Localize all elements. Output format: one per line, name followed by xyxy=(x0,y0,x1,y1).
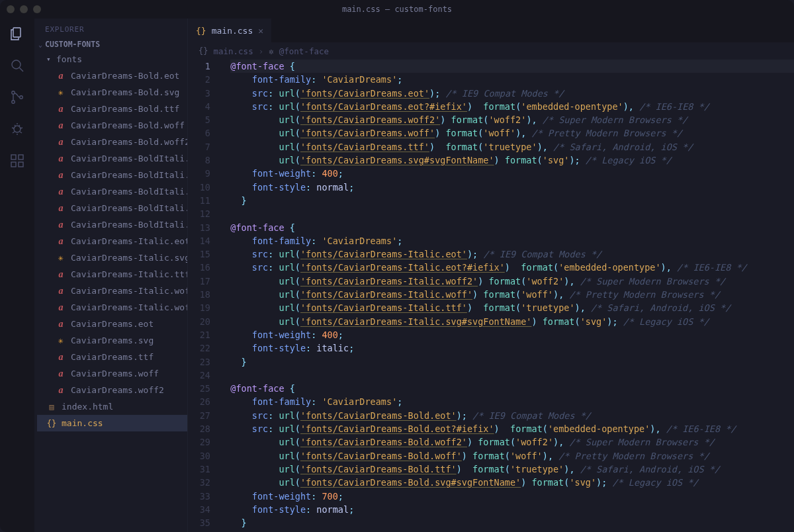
at-rule-icon: ✲ xyxy=(269,46,274,56)
explorer-icon[interactable] xyxy=(9,25,26,42)
maximize-window-icon[interactable] xyxy=(33,5,41,13)
file-item[interactable]: aCaviarDreams.eot xyxy=(37,316,187,332)
code-content[interactable]: @font-face { font-family: 'CaviarDreams'… xyxy=(220,60,794,532)
file-label: CaviarDreams-BoldItali... xyxy=(71,154,187,163)
file-item[interactable]: aCaviarDreams.ttf xyxy=(37,349,187,365)
file-item[interactable]: aCaviarDreams-BoldItali... xyxy=(37,183,187,200)
breadcrumb-file: main.css xyxy=(213,46,253,56)
file-label: CaviarDreams.eot xyxy=(71,319,154,329)
run-debug-icon[interactable] xyxy=(9,120,26,138)
tab-label: main.css xyxy=(212,26,253,36)
file-item[interactable]: aCaviarDreams-Italic.wof... xyxy=(37,299,187,316)
sidebar: EXPLORER ⌄CUSTOM-FONTS ▾ fonts aCaviarDr… xyxy=(34,19,188,532)
svg-point-5 xyxy=(20,96,22,99)
file-label: CaviarDreams-Bold.woff xyxy=(71,120,185,130)
gutter: 1234567891011121314151617181920212223242… xyxy=(188,60,220,532)
file-label: CaviarDreams.woff xyxy=(71,369,159,378)
file-item[interactable]: ▤index.html xyxy=(37,398,187,415)
file-item[interactable]: aCaviarDreams.woff xyxy=(37,365,187,382)
file-item[interactable]: aCaviarDreams-Italic.eot xyxy=(37,233,187,249)
css-icon: {} xyxy=(198,46,208,56)
svg-rect-7 xyxy=(11,155,16,159)
file-label: CaviarDreams-BoldItali... xyxy=(71,203,187,213)
file-item[interactable]: aCaviarDreams-Italic.woff xyxy=(37,283,187,299)
file-item[interactable]: aCaviarDreams-BoldItali... xyxy=(37,216,187,233)
file-item[interactable]: aCaviarDreams.woff2 xyxy=(37,382,187,398)
file-label: index.html xyxy=(62,402,113,412)
tab-main-css[interactable]: {} main.css ✕ xyxy=(188,19,271,42)
svg-rect-0 xyxy=(13,28,21,37)
file-item[interactable]: aCaviarDreams-BoldItali... xyxy=(37,200,187,216)
file-item[interactable]: ✳CaviarDreams.svg xyxy=(37,332,187,349)
traffic-lights xyxy=(7,5,41,13)
svg-line-2 xyxy=(20,68,24,72)
file-label: CaviarDreams-Bold.woff2 xyxy=(71,137,187,147)
folder-label: fonts xyxy=(56,54,82,64)
file-item[interactable]: {}main.css xyxy=(37,415,187,431)
activity-bar xyxy=(0,19,34,532)
file-label: CaviarDreams-Italic.wof... xyxy=(71,302,187,312)
editor-area: {} main.css ✕ {} main.css › ✲ @font-face… xyxy=(188,19,794,532)
file-label: main.css xyxy=(62,418,103,428)
file-item[interactable]: ✳CaviarDreams-Bold.svg xyxy=(37,84,187,101)
file-label: CaviarDreams.svg xyxy=(71,335,154,345)
file-item[interactable]: aCaviarDreams-BoldItali... xyxy=(37,167,187,183)
file-label: CaviarDreams-Bold.ttf xyxy=(71,104,179,114)
file-label: CaviarDreams-Bold.eot xyxy=(71,71,179,81)
folder-fonts[interactable]: ▾ fonts xyxy=(37,51,187,67)
sidebar-root-label: CUSTOM-FONTS xyxy=(45,40,100,49)
svg-point-1 xyxy=(12,60,21,69)
search-icon[interactable] xyxy=(9,57,26,74)
file-item[interactable]: ✳CaviarDreams-Italic.svg xyxy=(37,249,187,266)
file-item[interactable]: aCaviarDreams-Italic.ttf xyxy=(37,266,187,283)
sidebar-title: EXPLORER xyxy=(34,19,187,38)
file-label: CaviarDreams-BoldItali... xyxy=(71,187,187,197)
file-label: CaviarDreams-Italic.ttf xyxy=(71,269,187,279)
css-icon: {} xyxy=(196,26,206,36)
file-tree: ▾ fonts aCaviarDreams-Bold.eot✳CaviarDre… xyxy=(34,51,187,431)
titlebar: main.css — custom-fonts xyxy=(0,0,794,19)
tabs: {} main.css ✕ xyxy=(188,19,794,42)
window-title: main.css — custom-fonts xyxy=(342,5,452,14)
file-label: CaviarDreams.woff2 xyxy=(71,385,164,395)
file-label: CaviarDreams-BoldItali... xyxy=(71,170,187,180)
svg-point-3 xyxy=(12,91,15,94)
file-label: CaviarDreams.ttf xyxy=(71,352,154,362)
svg-rect-9 xyxy=(19,162,23,167)
file-item[interactable]: aCaviarDreams-Bold.ttf xyxy=(37,101,187,117)
svg-rect-10 xyxy=(19,155,23,159)
file-item[interactable]: aCaviarDreams-Bold.woff xyxy=(37,117,187,134)
file-label: CaviarDreams-Italic.woff xyxy=(71,286,187,296)
file-item[interactable]: aCaviarDreams-Bold.eot xyxy=(37,67,187,84)
breadcrumbs[interactable]: {} main.css › ✲ @font-face xyxy=(188,42,794,60)
breadcrumb-symbol: @font-face xyxy=(279,46,329,56)
close-tab-icon[interactable]: ✕ xyxy=(258,26,263,36)
source-control-icon[interactable] xyxy=(9,89,26,106)
sidebar-root-folder[interactable]: ⌄CUSTOM-FONTS xyxy=(34,38,187,51)
file-item[interactable]: aCaviarDreams-BoldItali... xyxy=(37,150,187,167)
file-label: CaviarDreams-Bold.svg xyxy=(71,87,179,97)
file-item[interactable]: aCaviarDreams-Bold.woff2 xyxy=(37,134,187,150)
svg-point-6 xyxy=(14,126,21,132)
svg-point-4 xyxy=(12,101,15,103)
file-label: CaviarDreams-Italic.svg xyxy=(71,253,187,263)
close-window-icon[interactable] xyxy=(7,5,15,13)
code-editor[interactable]: 1234567891011121314151617181920212223242… xyxy=(188,60,794,532)
minimize-window-icon[interactable] xyxy=(20,5,28,13)
file-label: CaviarDreams-Italic.eot xyxy=(71,236,187,246)
svg-rect-8 xyxy=(11,162,16,167)
extensions-icon[interactable] xyxy=(9,152,26,169)
file-label: CaviarDreams-BoldItali... xyxy=(71,220,187,230)
